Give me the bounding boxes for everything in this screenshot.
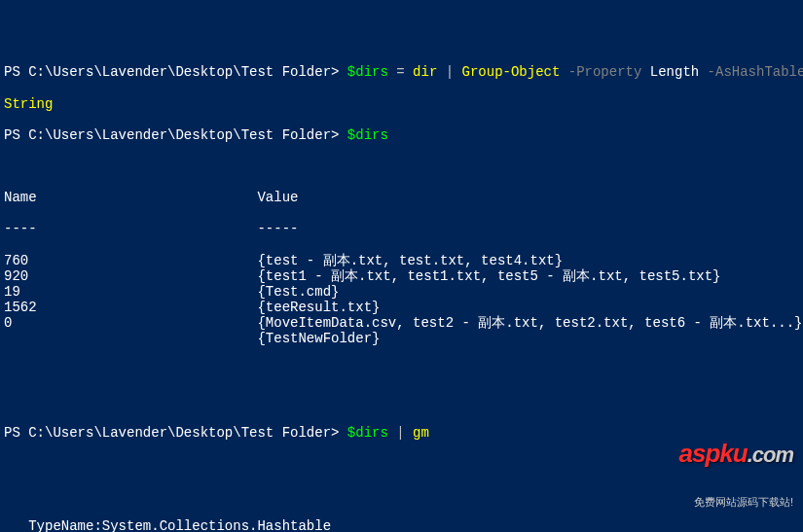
blank-line <box>4 456 799 472</box>
prompt: PS C:\Users\Lavender\Desktop\Test Folder… <box>4 64 347 80</box>
variable: $dirs <box>347 64 388 80</box>
variable: $dirs <box>347 425 388 441</box>
col-value-sep: ----- <box>257 221 298 236</box>
prompt: PS C:\Users\Lavender\Desktop\Test Folder… <box>4 425 347 441</box>
blank-line <box>4 159 799 174</box>
blank-line <box>4 362 799 377</box>
param-property-flag: -Property <box>560 64 649 80</box>
command-line-1[interactable]: PS C:\Users\Lavender\Desktop\Test Folder… <box>4 64 799 80</box>
table-row: 1562 {teeResult.txt} <box>4 300 799 315</box>
col-value-header: Value <box>257 190 298 205</box>
pipe-op: | <box>437 64 461 80</box>
col-name-header: Name <box>4 190 257 205</box>
param-ashashtable-flag: -AsHashTable <box>699 64 803 80</box>
table-row: 19 {Test.cmd} <box>4 284 799 300</box>
table-row: {TestNewFolder} <box>4 331 799 346</box>
pipe-op: | <box>388 425 413 441</box>
param-as-value: String <box>4 96 53 112</box>
param-property-value: Length <box>650 64 699 80</box>
variable: $dirs <box>347 127 388 143</box>
table-row: 0 {MoveItemData.csv, test2 - 副本.txt, tes… <box>4 315 799 331</box>
equals-op: = <box>388 64 413 80</box>
table1-header: Name Value <box>4 190 799 205</box>
table1-body: 760 {test - 副本.txt, test.txt, test4.txt}… <box>4 253 799 347</box>
command-line-1-wrap[interactable]: String <box>4 96 799 112</box>
command-line-2[interactable]: PS C:\Users\Lavender\Desktop\Test Folder… <box>4 127 799 143</box>
table1-separator: ---- ----- <box>4 221 799 236</box>
blank-line <box>4 487 799 503</box>
cmdlet-gm: gm <box>413 425 429 441</box>
blank-line <box>4 393 799 408</box>
table-row: 760 {test - 副本.txt, test.txt, test4.txt} <box>4 253 799 268</box>
cmdlet-dir: dir <box>413 64 437 80</box>
table-row: 920 {test1 - 副本.txt, test1.txt, test5 - … <box>4 268 799 284</box>
typename-line: TypeName:System.Collections.Hashtable <box>4 518 799 532</box>
cmdlet-group-object: Group-Object <box>462 64 561 80</box>
command-line-3[interactable]: PS C:\Users\Lavender\Desktop\Test Folder… <box>4 425 799 441</box>
prompt: PS C:\Users\Lavender\Desktop\Test Folder… <box>4 127 347 143</box>
col-name-sep: ---- <box>4 221 257 236</box>
